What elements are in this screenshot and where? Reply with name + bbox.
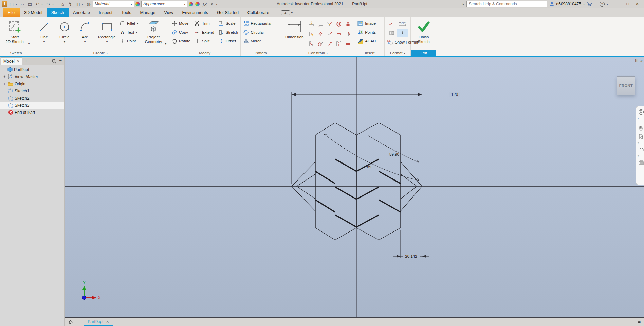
tab-list-menu-icon[interactable]: ≡ (638, 320, 641, 325)
app-logo-icon[interactable]: I (2, 1, 7, 7)
panel-label-sketch[interactable]: Sketch (0, 50, 32, 56)
save-icon[interactable]: ▤ (26, 1, 33, 7)
tree-item-part[interactable]: Part9.ipt (0, 66, 64, 73)
panel-label-exit[interactable]: Exit (411, 50, 436, 56)
mirror-button[interactable]: Mirror (243, 37, 278, 45)
rectangle-button[interactable]: Rectangle▾ (96, 18, 118, 45)
sketch-weave-lines[interactable] (315, 159, 401, 227)
tab-view[interactable]: View (160, 8, 178, 17)
document-tab-part9[interactable]: Part9.ipt ✕ (84, 318, 113, 326)
horizontal-constraint-button[interactable] (334, 29, 343, 39)
expand-icon[interactable]: + (3, 75, 6, 79)
collapse-search-icon[interactable]: ▸ (463, 2, 464, 6)
new-file-icon[interactable]: ▢ (8, 1, 15, 7)
equal-constraint-button[interactable] (343, 39, 352, 49)
perpendicular-constraint-button[interactable] (316, 19, 325, 29)
local-update-icon[interactable]: ◫ (74, 1, 81, 7)
chevron-down-icon[interactable]: ▾ (607, 3, 608, 6)
chevron-down-icon[interactable]: ▾ (41, 3, 44, 6)
chevron-down-icon[interactable]: ▾ (638, 117, 639, 120)
tree-item-view-master[interactable]: + View: Master (0, 73, 64, 80)
start-2d-sketch-button[interactable]: Start 2D Sketch (2, 18, 27, 44)
sketch-outline[interactable] (292, 123, 422, 240)
dimension-button[interactable]: Dimension (283, 18, 305, 39)
split-button[interactable]: Split (195, 37, 214, 45)
chevron-down-icon[interactable]: ▾ (28, 42, 30, 45)
panel-label-insert[interactable]: Insert (355, 50, 384, 56)
circle-button[interactable]: Circle▾ (55, 18, 74, 45)
panel-label-modify[interactable]: Modify (169, 50, 240, 56)
adjust-appearance-icon[interactable] (189, 2, 193, 6)
canvas-layout-icon[interactable]: ⊞ (635, 58, 638, 63)
username[interactable]: d6098810475 (556, 2, 581, 6)
offset-button[interactable]: Offset (218, 37, 238, 45)
fillet-button[interactable]: Fillet▾ (119, 20, 142, 27)
tangent-constraint-button[interactable] (316, 39, 325, 49)
tab-sketch[interactable]: Sketch (47, 8, 69, 17)
help-icon[interactable]: ? (600, 2, 605, 7)
tab-tools[interactable]: Tools (117, 8, 135, 17)
circular-pattern-button[interactable]: Circular (243, 29, 278, 36)
open-file-icon[interactable]: ▱ (19, 1, 26, 7)
undo-icon[interactable]: ↶ (34, 1, 41, 7)
auto-dimension-button[interactable] (307, 19, 316, 29)
browser-tab-model[interactable]: Model ✕ (1, 57, 22, 65)
tree-item-sketch3[interactable]: Sketch3 (0, 102, 64, 109)
vertical-constraint-button[interactable] (343, 29, 352, 39)
rectangular-pattern-button[interactable]: Rectangular (243, 20, 278, 27)
search-input[interactable] (466, 1, 547, 7)
constraint-settings-button[interactable] (307, 29, 316, 39)
point-button[interactable]: Point (119, 37, 142, 45)
add-browser-tab-button[interactable]: + (25, 58, 27, 64)
sketch-canvas[interactable]: 120 20.142 (65, 57, 644, 318)
expand-icon[interactable]: + (3, 82, 6, 86)
viewcube-face-label[interactable]: FRONT (619, 84, 633, 88)
chevron-down-icon[interactable]: ▾ (84, 40, 86, 45)
material-combo[interactable]: Material▾ (93, 1, 134, 7)
chevron-down-icon[interactable]: ▾ (137, 22, 138, 25)
centerline-toggle-button[interactable] (387, 29, 397, 37)
chevron-down-icon[interactable]: ▾ (52, 3, 55, 6)
symmetric-constraint-button[interactable] (334, 39, 343, 49)
close-icon[interactable]: ✕ (17, 59, 20, 63)
tab-file[interactable]: File (3, 8, 20, 17)
stretch-button[interactable]: Stretch (218, 29, 238, 36)
tab-3d-model[interactable]: 3D Model (20, 8, 47, 17)
tree-item-end-of-part[interactable]: End of Part (0, 109, 64, 116)
tree-item-origin[interactable]: + Origin (0, 80, 64, 87)
text-button[interactable]: A Text▾ (119, 29, 142, 36)
copy-button[interactable]: Copy (171, 29, 190, 36)
dim-arc2-label[interactable]: 51.89 (362, 165, 371, 169)
insert-acad-button[interactable]: ACAD (357, 37, 382, 45)
chevron-down-icon[interactable]: ▾ (638, 155, 639, 157)
close-icon[interactable]: ✕ (106, 320, 109, 324)
pan-icon[interactable] (638, 125, 644, 132)
driven-dimension-toggle-button[interactable]: H(x)H (397, 20, 408, 28)
appearance-combo[interactable]: Appearance▾ (141, 1, 187, 7)
minimize-button[interactable]: – (613, 0, 623, 8)
chevron-down-icon[interactable]: ▾ (136, 31, 137, 34)
orbit-icon[interactable] (638, 146, 644, 153)
dim-arc1-label[interactable]: 59.90 (389, 152, 399, 156)
redo-icon[interactable]: ↷ (45, 1, 52, 7)
material-ball-icon[interactable]: ◍ (85, 1, 92, 7)
look-at-icon[interactable] (638, 159, 644, 166)
home-icon[interactable] (68, 320, 73, 325)
dim-width-label[interactable]: 120 (451, 92, 458, 97)
arc-button[interactable]: Arc▾ (75, 18, 94, 45)
chevron-down-icon[interactable]: ▾ (638, 142, 639, 144)
center-point-toggle-button[interactable] (397, 29, 408, 37)
insert-image-button[interactable]: Image (357, 20, 382, 27)
color-wheel-icon[interactable] (135, 2, 140, 6)
chevron-down-icon[interactable]: ▾ (82, 3, 85, 6)
chevron-down-icon[interactable]: ▾ (64, 40, 65, 45)
collinear-constraint-button[interactable] (325, 29, 334, 39)
appearance-control[interactable]: ▲ ▾ (281, 8, 293, 17)
sketch-flash-icon[interactable]: ↯ (67, 1, 74, 7)
panel-label-format[interactable]: Format▾ (385, 50, 410, 56)
concentric-constraint-button[interactable] (334, 19, 343, 29)
tab-annotate[interactable]: Annotate (69, 8, 94, 17)
line-button[interactable]: Line▾ (35, 18, 54, 45)
arc-dimension-leaders[interactable] (324, 134, 419, 181)
zoom-icon[interactable] (638, 133, 644, 140)
